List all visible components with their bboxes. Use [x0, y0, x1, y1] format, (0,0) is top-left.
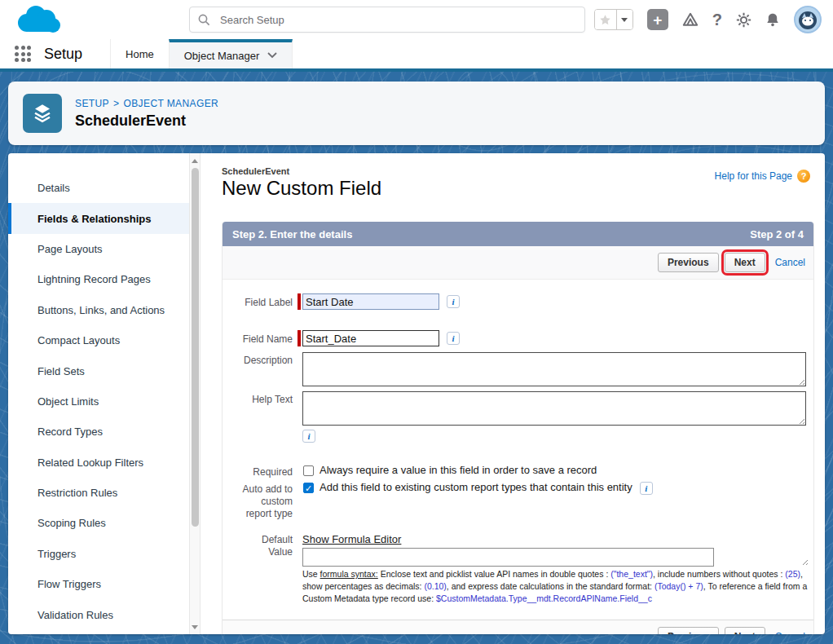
favorites-dropdown-button[interactable] — [616, 10, 632, 29]
sidebar-item-compact-layouts[interactable]: Compact Layouts — [8, 325, 189, 355]
object-page-header: SETUP>OBJECT MANAGER SchedulerEvent — [8, 82, 825, 145]
user-avatar[interactable] — [794, 6, 822, 33]
required-checkbox[interactable] — [303, 465, 314, 476]
help-text-label: Help Text — [234, 391, 293, 443]
sidebar-scrollbar[interactable] — [189, 153, 201, 634]
checkmark-icon: ✓ — [305, 483, 312, 493]
page-title: SchedulerEvent — [75, 112, 218, 130]
search-input[interactable] — [220, 14, 576, 26]
sidebar-item-scoping-rules[interactable]: Scoping Rules — [8, 508, 189, 538]
show-formula-editor-link[interactable]: Show Formula Editor — [302, 533, 401, 545]
content-area: SchedulerEvent New Custom Field Help for… — [201, 153, 825, 634]
field-label-input[interactable] — [302, 293, 439, 310]
global-actions-button[interactable]: + — [647, 9, 668, 30]
search-setup-box[interactable] — [189, 7, 585, 33]
step-indicator: Step 2 of 4 — [750, 228, 804, 240]
help-for-this-page-link[interactable]: Help for this Page — [715, 170, 792, 182]
description-label: Description — [234, 352, 293, 386]
favorites-star-icon[interactable] — [595, 10, 616, 29]
required-bar — [298, 293, 301, 310]
sidebar-item-validation-rules[interactable]: Validation Rules — [8, 599, 189, 629]
main-panel: Details Fields & Relationships Page Layo… — [8, 153, 825, 634]
field-label-label: Field Label — [234, 294, 293, 309]
previous-button-bottom[interactable]: Previous — [658, 627, 719, 634]
required-label: Required — [234, 464, 293, 479]
favorites-control[interactable] — [594, 9, 633, 30]
tab-object-manager-label: Object Manager — [184, 50, 260, 62]
default-value-label: Default Value — [234, 532, 293, 606]
breadcrumb-separator: > — [113, 98, 119, 109]
sidebar-item-field-sets[interactable]: Field Sets — [8, 355, 189, 386]
sidebar-item-lightning-record-pages[interactable]: Lightning Record Pages — [8, 264, 189, 294]
scrollbar-thumb[interactable] — [192, 168, 199, 527]
sidebar-item-related-lookup-filters[interactable]: Related Lookup Filters — [8, 448, 189, 478]
formula-syntax-note: Use formula syntax: Enclose text and pic… — [302, 568, 809, 606]
required-checkbox-text: Always require a value in this field in … — [320, 464, 597, 476]
guidance-center-button[interactable] — [682, 12, 699, 27]
bell-icon — [765, 13, 780, 27]
app-launcher-icon[interactable] — [15, 46, 31, 62]
layers-icon — [29, 100, 55, 126]
tab-home[interactable]: Home — [110, 39, 169, 68]
cancel-link-bottom[interactable]: Cancel — [775, 631, 805, 634]
scrollbar-down-arrow[interactable] — [190, 621, 200, 633]
resize-grip-icon[interactable] — [800, 558, 808, 565]
setup-menu-button[interactable] — [736, 12, 751, 28]
default-value-textarea[interactable] — [302, 548, 714, 567]
info-icon[interactable]: i — [302, 430, 315, 443]
sidebar-item-buttons-links-actions[interactable]: Buttons, Links, and Actions — [8, 295, 189, 325]
sidebar-item-details[interactable]: Details — [8, 173, 189, 203]
tab-home-label: Home — [126, 48, 154, 60]
sidebar-item-triggers[interactable]: Triggers — [8, 539, 189, 569]
help-question-icon[interactable]: ? — [797, 170, 810, 183]
auto-add-label: Auto add to custom report type — [234, 481, 293, 520]
step-header: Step 2. Enter the details Step 2 of 4 — [223, 222, 813, 246]
bottom-button-row: Previous Next Cancel — [223, 620, 813, 634]
scrollbar-up-arrow[interactable] — [190, 155, 200, 166]
field-details-section: Field Label i Field Name i Description — [223, 280, 813, 606]
next-button-bottom[interactable]: Next — [725, 627, 765, 634]
help-text-textarea[interactable] — [302, 391, 806, 426]
global-header: + ? — [0, 0, 833, 39]
cloud-icon — [13, 3, 64, 36]
description-textarea[interactable] — [302, 352, 806, 386]
plus-icon: + — [653, 12, 662, 28]
sidebar-item-page-layouts[interactable]: Page Layouts — [8, 234, 189, 264]
cancel-link-top[interactable]: Cancel — [775, 257, 805, 268]
auto-add-checkbox[interactable]: ✓ — [303, 483, 314, 493]
page-background: SETUP>OBJECT MANAGER SchedulerEvent Deta… — [0, 72, 833, 644]
step-title: Step 2. Enter the details — [232, 228, 352, 240]
sidebar-item-restriction-rules[interactable]: Restriction Rules — [8, 478, 189, 508]
object-manager-sidebar: Details Fields & Relationships Page Layo… — [8, 153, 189, 634]
sidebar-item-flow-triggers[interactable]: Flow Triggers — [8, 569, 189, 599]
app-name: Setup — [44, 46, 82, 63]
top-button-row: Previous Next Cancel — [223, 246, 813, 280]
field-name-input[interactable] — [302, 330, 439, 346]
setup-nav-bar: Setup Home Object Manager — [0, 39, 833, 72]
help-menu-button[interactable]: ? — [712, 11, 722, 29]
previous-button-top[interactable]: Previous — [658, 253, 719, 272]
info-icon[interactable]: i — [640, 482, 653, 495]
required-bar — [298, 330, 301, 346]
sidebar-item-record-types[interactable]: Record Types — [8, 417, 189, 447]
notifications-button[interactable] — [765, 13, 780, 27]
tab-object-manager[interactable]: Object Manager — [169, 39, 293, 68]
gear-icon — [736, 12, 751, 28]
caret-down-icon — [621, 18, 628, 22]
breadcrumb-setup-link[interactable]: SETUP — [75, 98, 109, 109]
breadcrumb: SETUP>OBJECT MANAGER — [75, 98, 218, 109]
sidebar-item-fields-relationships[interactable]: Fields & Relationships — [8, 203, 189, 233]
auto-add-checkbox-text: Add this field to existing custom report… — [320, 481, 632, 493]
question-mark-icon: ? — [712, 11, 722, 29]
info-icon[interactable]: i — [447, 332, 460, 345]
info-icon[interactable]: i — [447, 295, 460, 308]
trailhead-mountain-icon — [682, 12, 699, 27]
field-name-label: Field Name — [234, 331, 293, 346]
salesforce-cloud-logo — [13, 3, 64, 36]
astro-avatar-icon — [796, 7, 820, 32]
chevron-down-icon — [267, 52, 277, 59]
breadcrumb-object-manager-link[interactable]: OBJECT MANAGER — [123, 98, 218, 109]
sidebar-item-object-limits[interactable]: Object Limits — [8, 386, 189, 417]
next-button-top[interactable]: Next — [725, 253, 765, 272]
search-icon — [198, 14, 210, 26]
